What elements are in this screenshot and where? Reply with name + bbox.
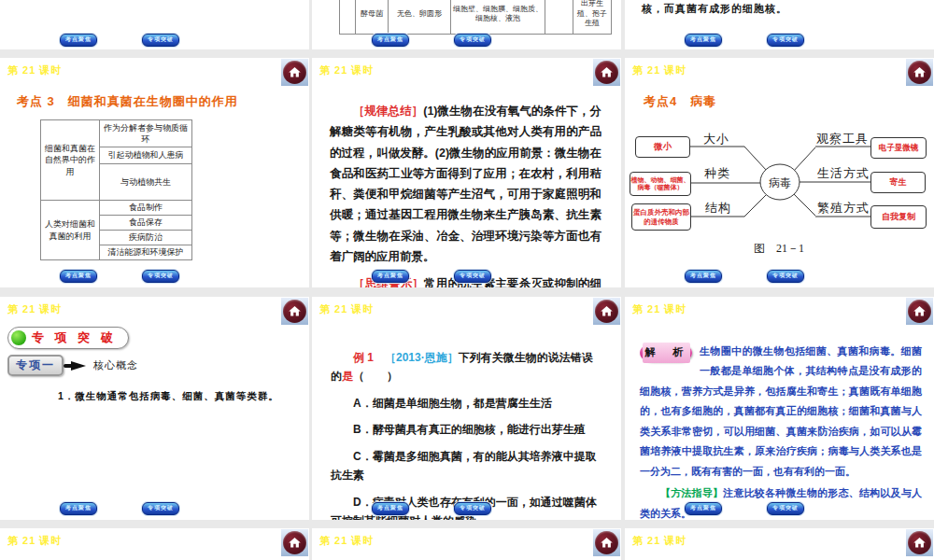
- home-button[interactable]: [593, 59, 620, 86]
- subsection-title: 核心概念: [93, 358, 138, 372]
- nav-button-left[interactable]: 考点聚焦: [372, 502, 409, 515]
- slide-top-left[interactable]: 考点聚焦 专项突破: [0, 0, 309, 49]
- analysis-block: 解 析 生物圈中的微生物包括细菌、真菌和病毒。细菌一般都是单细胞个体，其结构特点…: [640, 342, 922, 520]
- slide-kaodian4-virus[interactable]: 第 21 课时 考点4 病毒 病毒 大小 种类 结构 观察工具 生活方式 繁殖方…: [625, 58, 934, 287]
- section-banner: 专 项 突 破: [7, 327, 129, 349]
- green-dot-icon: [11, 330, 26, 345]
- ribbon-label: 解 析: [643, 343, 690, 362]
- branch-label: 观察工具: [816, 131, 869, 147]
- home-icon: [283, 61, 306, 84]
- slide-top-middle[interactable]: 酵母菌 无色、卵圆形 细胞壁、细胞膜、细胞质、细胞核、液泡 出芽生殖、孢子生殖 …: [312, 0, 621, 49]
- yeast-table-fragment: 酵母菌 无色、卵圆形 细胞壁、细胞膜、细胞质、细胞核、液泡 出芽生殖、孢子生殖: [339, 0, 612, 35]
- slide-kaodian3[interactable]: 第 21 课时 考点 3 细菌和真菌在生物圈中的作用 细菌和真菌在自然界中的作用…: [0, 58, 309, 287]
- slide-header-label: 第 21 课时: [7, 63, 62, 77]
- home-button[interactable]: [593, 298, 620, 325]
- slide-sorter-grid: 考点聚焦 专项突破 酵母菌 无色、卵圆形 细胞壁、细胞膜、细胞质、细胞核、液泡 …: [0, 0, 934, 560]
- figure-caption: 图 21－1: [737, 241, 821, 257]
- slide-header-label: 第 21 课时: [319, 534, 374, 548]
- cell: 与动植物共生: [100, 164, 192, 201]
- home-icon: [283, 531, 306, 554]
- home-button[interactable]: [906, 298, 933, 325]
- analysis-ribbon: 解 析: [640, 343, 692, 362]
- home-icon: [595, 531, 618, 554]
- slide-zhuanxiang-tupo[interactable]: 第 21 课时 专 项 突 破 专项一 核心概念 1．微生物通常包括病毒、细菌、…: [0, 297, 309, 520]
- slide-bottom-right-partial[interactable]: 第 21 课时: [625, 528, 934, 560]
- option-c: C．霉菌是多细胞真菌，有的能从其培养液中提取抗生素: [331, 448, 604, 485]
- nav-button-left[interactable]: 考点聚焦: [685, 270, 722, 283]
- home-button[interactable]: [281, 298, 308, 325]
- slide-analysis[interactable]: 第 21 课时 解 析 生物圈中的微生物包括细菌、真菌和病毒。细菌一般都是单细胞…: [625, 297, 934, 520]
- nav-button-right[interactable]: 专项突破: [454, 34, 491, 47]
- cell: 作为分解者参与物质循环: [100, 120, 192, 147]
- subsection-row: 专项一 核心概念: [7, 355, 138, 376]
- example-label: 例 1: [353, 351, 374, 364]
- home-button[interactable]: [281, 59, 308, 86]
- banner-label: 专 项 突 破: [32, 329, 117, 346]
- cell: 食品保存: [100, 216, 192, 231]
- nav-button-right[interactable]: 专项突破: [454, 502, 491, 515]
- slide-bottom-middle-partial[interactable]: 第 21 课时: [312, 528, 621, 560]
- cell: 酵母菌: [356, 0, 389, 35]
- home-button[interactable]: [593, 529, 620, 556]
- notes-text: ［规律总结］(1)微生物在没有氧气的条件下，分解糖类等有机物，产生乳酸或其他对人…: [330, 101, 601, 287]
- slide-guilv-zongjie[interactable]: 第 21 课时 ［规律总结］(1)微生物在没有氧气的条件下，分解糖类等有机物，产…: [312, 58, 621, 287]
- nav-button-left[interactable]: 考点聚焦: [60, 270, 97, 283]
- row-group-header: 人类对细菌和真菌的利用: [41, 201, 100, 260]
- branch-value-box: 寄生: [870, 172, 926, 193]
- branch-label: 生活方式: [817, 165, 870, 182]
- slide-header-label: 第 21 课时: [319, 302, 374, 316]
- home-icon: [908, 531, 931, 554]
- cell: 疾病防治: [100, 231, 192, 245]
- branch-label: 大小: [703, 131, 729, 147]
- nav-button-left[interactable]: 考点聚焦: [60, 502, 97, 515]
- question-source: ［2013·恩施］: [385, 351, 459, 364]
- branch-value-box: 微小: [635, 136, 690, 158]
- home-button[interactable]: [281, 529, 308, 556]
- stem-text: 的: [331, 370, 342, 383]
- nav-button-right[interactable]: 专项突破: [142, 502, 179, 515]
- paragraph: ［规律总结］(1)微生物在没有氧气的条件下，分解糖类等有机物，产生乳酸或其他对人…: [330, 101, 601, 267]
- concept-item: 1．微生物通常包括病毒、细菌、真菌等类群。: [58, 390, 292, 403]
- cell: 细胞壁、细胞膜、细胞质、细胞核、液泡: [451, 0, 545, 35]
- slide-example1[interactable]: 第 21 课时 例 1 ［2013·恩施］下列有关微生物的说法错误 的是（ ） …: [312, 297, 621, 520]
- slide-bottom-left-partial[interactable]: 第 21 课时: [0, 528, 309, 560]
- option-a: A．细菌是单细胞生物，都是营腐生生活: [331, 395, 604, 413]
- branch-value-box: 自我复制: [870, 205, 927, 229]
- cell: 食品制作: [100, 201, 192, 216]
- branch-label: 繁殖方式: [817, 200, 870, 217]
- slide-top-right[interactable]: 核，而真菌有成形的细胞核。 考点聚焦 专项突破: [625, 0, 934, 49]
- mindmap-center-node: 病毒: [761, 175, 799, 191]
- nav-button-left[interactable]: 考点聚焦: [685, 502, 722, 515]
- cell: 出芽生殖、孢子生殖: [573, 0, 612, 35]
- home-icon: [595, 300, 618, 323]
- question-stem-line2: 的是（ ）: [331, 368, 604, 386]
- slide-header-label: 第 21 课时: [632, 302, 686, 316]
- table-row: 酵母菌 无色、卵圆形 细胞壁、细胞膜、细胞质、细胞核、液泡 出芽生殖、孢子生殖: [340, 0, 612, 35]
- answer-mark: 是: [342, 370, 353, 383]
- arrow-icon: [71, 361, 86, 371]
- nav-button-right[interactable]: 专项突破: [767, 270, 804, 283]
- option-b: B．酵母菌具有真正的细胞核，能进行出芽生殖: [331, 421, 604, 440]
- nav-button-left[interactable]: 考点聚焦: [60, 34, 97, 47]
- home-button[interactable]: [906, 529, 933, 556]
- section-title: 考点 3 细菌和真菌在生物圈中的作用: [17, 93, 238, 110]
- stem-text: 下列有关微生物的说法错误: [459, 351, 593, 364]
- slide-header-label: 第 21 课时: [7, 302, 62, 316]
- nav-button-right[interactable]: 专项突破: [454, 270, 491, 283]
- slide-header-label: 第 21 课时: [632, 534, 686, 548]
- cell: 清洁能源和环境保护: [100, 245, 192, 260]
- nav-button-right[interactable]: 专项突破: [767, 502, 804, 515]
- nav-button-right[interactable]: 专项突破: [142, 34, 179, 47]
- home-icon: [283, 300, 306, 323]
- nav-button-left[interactable]: 考点聚焦: [685, 34, 722, 47]
- subsection-tag: 专项一: [7, 355, 64, 376]
- nav-button-right[interactable]: 专项突破: [767, 34, 804, 47]
- branch-label: 种类: [704, 165, 730, 182]
- nav-button-left[interactable]: 考点聚焦: [372, 34, 409, 47]
- stem-text: （ ）: [353, 370, 398, 383]
- cell: 无色、卵圆形: [389, 0, 451, 35]
- nav-button-right[interactable]: 专项突破: [142, 270, 179, 283]
- row-group-header: 细菌和真菌在自然界中的作用: [41, 120, 100, 201]
- question-block: 例 1 ［2013·恩施］下列有关微生物的说法错误 的是（ ） A．细菌是单细胞…: [331, 349, 604, 520]
- nav-button-left[interactable]: 考点聚焦: [372, 270, 409, 283]
